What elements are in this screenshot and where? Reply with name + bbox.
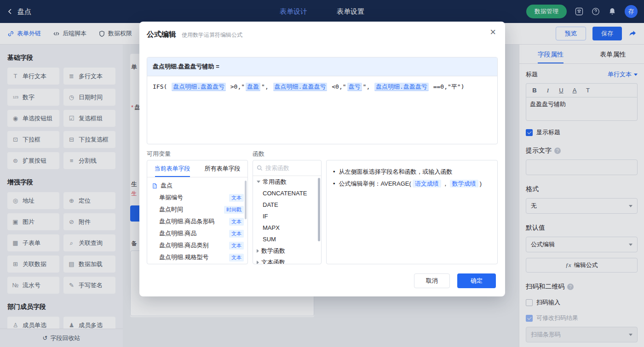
formula-field-token: 盘点明细.盘盈盘亏	[374, 83, 429, 91]
bullet-icon: •	[333, 180, 335, 187]
variable-type-tag: 文本	[229, 230, 244, 238]
formula-field-token: 盘点明细.盘盈盘亏	[172, 83, 226, 91]
search-icon	[257, 165, 263, 171]
document-icon	[152, 183, 158, 189]
function-group-label: 数学函数	[261, 247, 285, 255]
variable-type-tag: 文本	[229, 254, 244, 262]
formula-code: ==0,"平")	[430, 83, 465, 90]
example-field-chip: 语文成绩	[413, 180, 441, 188]
variable-list: 单据编号文本盘点时间时间戳盘点明细.商品条形码文本盘点明细.商品文本盘点明细.商…	[147, 192, 247, 263]
formula-box: 盘点明细.盘盈盘亏辅助 = IFS( 盘点明细.盘盈盘亏 >0,"盘盈", 盘点…	[147, 57, 498, 144]
modal-subtitle: 使用数学运算符编辑公式	[182, 31, 242, 39]
variables-tree: 盘点 单据编号文本盘点时间时间戳盘点明细.商品条形码文本盘点明细.商品文本盘点明…	[147, 177, 247, 263]
function-item[interactable]: CONCATENATE	[253, 188, 321, 199]
scrollbar-thumb[interactable]	[318, 178, 320, 241]
help-text: 公式编辑举例：AVERAGE(	[339, 180, 411, 187]
variable-name: 盘点明细.商品类别	[159, 241, 209, 250]
formula-code: <0,"	[328, 83, 346, 90]
close-icon[interactable]: ×	[490, 27, 496, 37]
confirm-button[interactable]: 确定	[457, 273, 496, 288]
variable-type-tag: 时间戳	[224, 206, 244, 214]
formula-string-token: 盘亏	[347, 83, 362, 91]
variables-panel: 当前表单字段 所有表单字段 盘点 单据编号文本盘点时间时间戳盘点明细.商品条形码…	[147, 160, 248, 264]
function-group[interactable]: 数学函数	[253, 245, 321, 256]
variable-item[interactable]: 盘点时间时间戳	[147, 204, 247, 216]
search-placeholder: 搜索函数	[265, 164, 289, 172]
example-field-chip: 数学成绩	[450, 180, 478, 188]
tab-all-form-fields[interactable]: 所有表单字段	[197, 160, 247, 177]
help-text: )	[480, 180, 482, 187]
variable-name: 单据编号	[159, 193, 183, 202]
functions-panel: 搜索函数 常用函数CONCATENATEDATEIFMAPXSUM数学函数文本函…	[253, 160, 322, 264]
functions-label: 函数	[253, 150, 322, 160]
functions-column: 函数 搜索函数 常用函数CONCATENATEDATEIFMAPXSUM数学函数…	[253, 150, 322, 264]
variable-name: 盘点时间	[159, 205, 183, 214]
variable-name: 盘点明细.规格型号	[159, 253, 209, 262]
variable-item[interactable]: 盘点明细.商品类别文本	[147, 239, 247, 251]
variable-type-tag: 文本	[229, 194, 244, 202]
modal-header: 公式编辑 使用数学运算符编辑公式	[139, 22, 505, 40]
formula-field-token: 盘点明细.盘盈盘亏	[273, 83, 328, 91]
scrollbar-thumb[interactable]	[245, 181, 247, 219]
function-item[interactable]: SUM	[253, 233, 321, 245]
variable-type-tag: 文本	[229, 218, 244, 226]
function-tree: 常用函数CONCATENATEDATEIFMAPXSUM数学函数文本函数	[253, 176, 321, 264]
help-line: •从左侧面板选择字段名和函数，或输入函数	[333, 166, 491, 178]
formula-code: IFS(	[153, 83, 171, 90]
formula-code: >0,"	[227, 83, 245, 90]
variables-tabs: 当前表单字段 所有表单字段	[147, 160, 247, 177]
formula-code: ",	[261, 83, 272, 90]
function-item[interactable]: IF	[253, 210, 321, 222]
chevron-right-icon	[257, 261, 259, 264]
chevron-right-icon	[257, 249, 259, 253]
variables-root[interactable]: 盘点	[147, 180, 247, 192]
variable-type-tag: 文本	[229, 242, 244, 250]
function-item[interactable]: MAPX	[253, 222, 321, 233]
formula-target: 盘点明细.盘盈盘亏辅助 =	[147, 57, 497, 76]
help-body: •从左侧面板选择字段名和函数，或输入函数 •公式编辑举例：AVERAGE(语文成…	[327, 160, 497, 195]
app-root: 盘点 表单设计 表单设置 数据管理 存 表单外链 后端脚本	[0, 0, 644, 347]
tab-current-form-fields[interactable]: 当前表单字段	[147, 160, 197, 177]
formula-edit-modal: 公式编辑 使用数学运算符编辑公式 × 盘点明细.盘盈盘亏辅助 = IFS( 盘点…	[139, 22, 505, 296]
variables-root-label: 盘点	[161, 182, 172, 190]
help-label-spacer	[326, 150, 498, 160]
modal-footer: 取消 确定	[414, 273, 496, 288]
help-line: •公式编辑举例：AVERAGE(语文成绩，数学成绩)	[333, 178, 491, 190]
variable-item[interactable]: 盘点明细.规格型号文本	[147, 251, 247, 263]
variable-item[interactable]: 单据编号文本	[147, 192, 247, 204]
help-column: •从左侧面板选择字段名和函数，或输入函数 •公式编辑举例：AVERAGE(语文成…	[326, 150, 498, 264]
function-item[interactable]: DATE	[253, 199, 321, 210]
variable-item[interactable]: 盘点明细.商品条形码文本	[147, 216, 247, 228]
function-group-label: 文本函数	[261, 258, 285, 265]
help-text: ，	[443, 180, 448, 187]
variables-column: 可用变量 当前表单字段 所有表单字段 盘点 单据编号文本盘点时间时间戳盘点明细.…	[147, 150, 248, 264]
function-group[interactable]: 文本函数	[253, 256, 321, 264]
cancel-button[interactable]: 取消	[414, 273, 450, 288]
variable-name: 盘点明细.商品	[159, 229, 197, 238]
help-text: 从左侧面板选择字段名和函数，或输入函数	[339, 168, 453, 175]
help-panel: •从左侧面板选择字段名和函数，或输入函数 •公式编辑举例：AVERAGE(语文成…	[326, 160, 498, 264]
function-group-label: 常用函数	[263, 178, 287, 186]
formula-editor[interactable]: IFS( 盘点明细.盘盈盘亏 >0,"盘盈", 盘点明细.盘盈盘亏 <0,"盘亏…	[147, 76, 497, 144]
bullet-icon: •	[333, 168, 335, 175]
function-group[interactable]: 常用函数	[253, 176, 321, 188]
chevron-down-icon	[257, 181, 260, 183]
function-search[interactable]: 搜索函数	[253, 160, 321, 176]
modal-panels: 可用变量 当前表单字段 所有表单字段 盘点 单据编号文本盘点时间时间戳盘点明细.…	[147, 150, 498, 264]
variables-label: 可用变量	[147, 150, 248, 160]
formula-string-token: 盘盈	[246, 83, 260, 91]
modal-title: 公式编辑	[147, 30, 176, 40]
formula-code: ",	[363, 83, 374, 90]
variable-name: 盘点明细.商品条形码	[159, 217, 215, 226]
variable-item[interactable]: 盘点明细.商品文本	[147, 228, 247, 239]
